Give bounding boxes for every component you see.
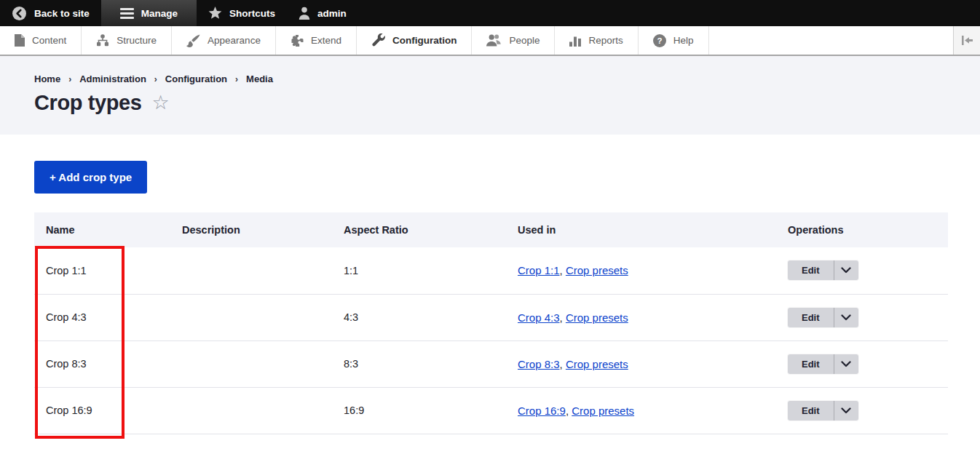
breadcrumb: Home›Administration›Configuration›Media xyxy=(34,73,980,84)
used-in-link-crop-4-3[interactable]: Crop 4:3 xyxy=(518,311,560,324)
cell-name: Crop 4:3 xyxy=(34,294,170,340)
column-header-aspect-ratio: Aspect Ratio xyxy=(332,212,506,247)
document-icon xyxy=(15,34,25,47)
column-header-description: Description xyxy=(170,212,332,247)
puzzle-icon xyxy=(291,34,304,47)
used-in-link-crop-16-9[interactable]: Crop 16:9 xyxy=(518,405,566,417)
breadcrumb-link-administration[interactable]: Administration xyxy=(79,73,146,84)
menu-item-structure[interactable]: Structure xyxy=(82,26,172,55)
cell-aspect-ratio: 8:3 xyxy=(332,340,506,387)
operations-dropdown-toggle[interactable] xyxy=(834,308,858,327)
page-header: Home›Administration›Configuration›Media … xyxy=(0,56,980,135)
crop-types-table: NameDescriptionAspect RatioUsed inOperat… xyxy=(34,212,948,434)
menu-item-appearance[interactable]: Appearance xyxy=(172,26,276,55)
cell-operations: Edit xyxy=(776,387,948,434)
used-in-link-crop-8-3[interactable]: Crop 8:3 xyxy=(518,358,560,370)
cell-name: Crop 16:9 xyxy=(34,387,170,434)
sitemap-icon xyxy=(96,34,109,47)
used-in-link-crop-presets[interactable]: Crop presets xyxy=(566,358,628,370)
menu-item-help[interactable]: ?Help xyxy=(639,26,709,55)
operations-dropdown-toggle[interactable] xyxy=(834,354,858,374)
add-crop-type-button[interactable]: + Add crop type xyxy=(34,161,147,194)
used-in-link-crop-presets[interactable]: Crop presets xyxy=(572,405,634,417)
menu-item-extend[interactable]: Extend xyxy=(276,26,357,55)
admin-bar-item-manage[interactable]: Manage xyxy=(101,0,197,26)
admin-bar-item-label: Shortcuts xyxy=(229,8,275,19)
used-in-link-crop-1-1[interactable]: Crop 1:1 xyxy=(518,264,560,276)
breadcrumb-separator: › xyxy=(154,74,157,84)
admin-bar: Back to siteManageShortcutsadmin xyxy=(0,0,980,26)
hamburger-icon xyxy=(120,8,134,19)
cell-operations: Edit xyxy=(776,340,948,387)
table-row-crop-8-3: Crop 8:38:3Crop 8:3, Crop presetsEdit xyxy=(34,340,948,387)
page-title: Crop types ☆ xyxy=(34,91,980,115)
chevron-down-icon xyxy=(841,267,851,274)
cell-aspect-ratio: 4:3 xyxy=(332,294,506,340)
cell-operations: Edit xyxy=(776,247,948,294)
operations-dropdown-toggle[interactable] xyxy=(834,260,858,280)
edit-button[interactable]: Edit xyxy=(788,260,834,280)
cell-used-in: Crop 1:1, Crop presets xyxy=(506,247,776,294)
menu-item-label: People xyxy=(509,35,540,46)
menu-item-label: Extend xyxy=(311,35,341,46)
used-in-link-crop-presets[interactable]: Crop presets xyxy=(566,311,628,324)
column-header-name: Name xyxy=(34,212,170,247)
admin-bar-item-admin[interactable]: admin xyxy=(287,0,358,26)
menu-item-label: Reports xyxy=(588,35,623,46)
cell-description xyxy=(170,294,332,340)
cell-name: Crop 8:3 xyxy=(34,340,170,387)
menu-item-label: Content xyxy=(32,35,66,46)
menu-item-people[interactable]: People xyxy=(472,26,555,55)
admin-bar-items: Back to siteManageShortcutsadmin xyxy=(0,0,358,26)
edit-button[interactable]: Edit xyxy=(788,401,834,421)
breadcrumb-separator: › xyxy=(235,74,238,84)
edit-button[interactable]: Edit xyxy=(788,308,834,327)
toolbar-collapse-button[interactable] xyxy=(953,26,980,55)
breadcrumb-link-home[interactable]: Home xyxy=(34,73,60,84)
admin-bar-item-back-to-site[interactable]: Back to site xyxy=(0,0,101,26)
help-circle-icon: ? xyxy=(653,34,666,47)
user-icon xyxy=(299,7,310,20)
table-row-crop-4-3: Crop 4:34:3Crop 4:3, Crop presetsEdit xyxy=(34,294,948,340)
chevron-down-icon xyxy=(841,407,851,414)
breadcrumb-link-configuration[interactable]: Configuration xyxy=(165,73,227,84)
column-header-operations: Operations xyxy=(776,212,948,247)
breadcrumb-separator: › xyxy=(68,74,71,84)
chevron-down-icon xyxy=(841,314,851,321)
favorite-star-icon[interactable]: ☆ xyxy=(151,93,169,113)
column-header-used-in: Used in xyxy=(506,212,776,247)
menu-item-content[interactable]: Content xyxy=(0,26,82,55)
admin-bar-item-shortcuts[interactable]: Shortcuts xyxy=(197,0,287,26)
chevron-down-icon xyxy=(841,361,851,367)
menu-item-configuration[interactable]: Configuration xyxy=(357,26,472,55)
page-title-text: Crop types xyxy=(34,91,141,115)
menu-bar-items: ContentStructureAppearanceExtendConfigur… xyxy=(0,26,709,55)
svg-text:?: ? xyxy=(657,36,662,45)
toolbar-collapse-icon xyxy=(961,36,973,45)
back-arrow-icon xyxy=(12,6,27,21)
cell-operations: Edit xyxy=(776,294,948,340)
operations-button-group: Edit xyxy=(788,354,858,374)
table-row-crop-1-1: Crop 1:11:1Crop 1:1, Crop presetsEdit xyxy=(34,247,948,294)
breadcrumb-link-media[interactable]: Media xyxy=(246,73,273,84)
cell-used-in: Crop 8:3, Crop presets xyxy=(506,340,776,387)
main-content: + Add crop type NameDescriptionAspect Ra… xyxy=(0,135,980,434)
cell-description xyxy=(170,387,332,434)
menu-item-label: Configuration xyxy=(392,35,457,46)
cell-used-in: Crop 4:3, Crop presets xyxy=(506,294,776,340)
menu-item-label: Appearance xyxy=(208,35,261,46)
edit-button[interactable]: Edit xyxy=(788,354,834,374)
bar-chart-icon xyxy=(569,35,581,47)
cell-used-in: Crop 16:9, Crop presets xyxy=(506,387,776,434)
menu-item-reports[interactable]: Reports xyxy=(555,26,638,55)
cell-description xyxy=(170,340,332,387)
table-header-row: NameDescriptionAspect RatioUsed inOperat… xyxy=(34,212,948,247)
used-in-link-crop-presets[interactable]: Crop presets xyxy=(566,264,628,276)
cell-description xyxy=(170,247,332,294)
operations-dropdown-toggle[interactable] xyxy=(834,401,858,421)
admin-bar-item-label: Back to site xyxy=(34,8,90,19)
paintbrush-icon xyxy=(186,34,200,47)
people-icon xyxy=(486,34,502,47)
menu-item-label: Help xyxy=(673,35,694,46)
cell-name: Crop 1:1 xyxy=(34,247,170,294)
